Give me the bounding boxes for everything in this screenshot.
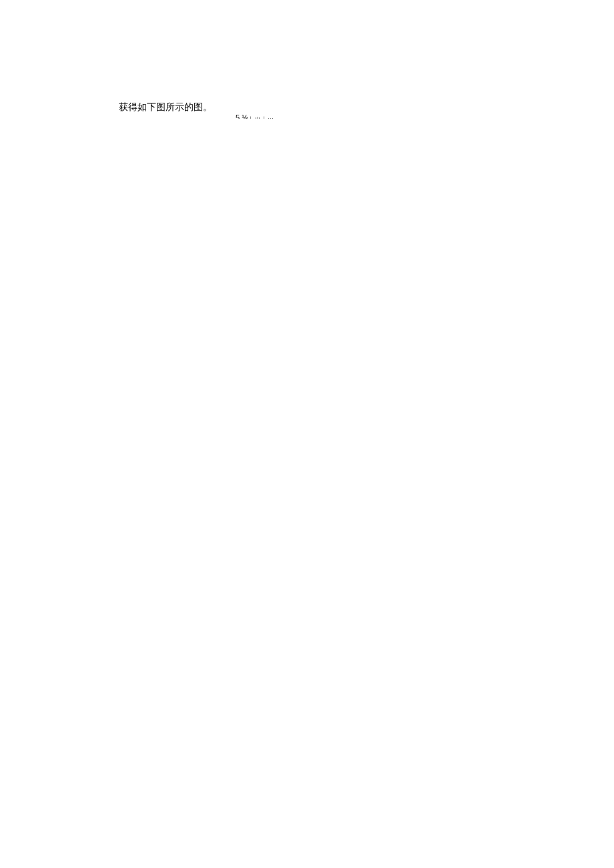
bars-icon: ∣ ılı ∣ ··· [250, 116, 274, 119]
paragraph-intro: 获得如下图所示的图。 [119, 101, 594, 113]
page-num: 5 ⅛ [236, 113, 248, 119]
page-number-row: 5 ⅛ ∣ ılı ∣ ··· [236, 113, 274, 119]
